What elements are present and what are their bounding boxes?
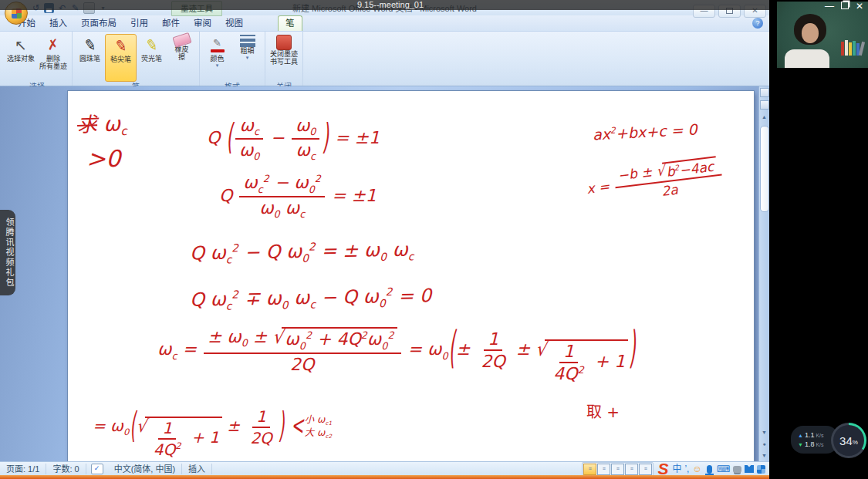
thickness-button[interactable]: 粗细▾ bbox=[232, 34, 262, 82]
download-value: 1.8 bbox=[805, 440, 815, 449]
screen: 新建 Microsoft Office Word 文档 - Microsoft … bbox=[0, 0, 868, 479]
tab-view[interactable]: 视图 bbox=[218, 16, 250, 31]
gauge-value: 34 bbox=[839, 434, 853, 447]
mic-icon[interactable] bbox=[707, 465, 712, 474]
highlighter-button[interactable]: 荧光笔 bbox=[137, 34, 167, 82]
ribbon-group-format: 颜色▾粗细▾格式 bbox=[200, 32, 265, 86]
outline-view-button[interactable]: ≡ bbox=[625, 464, 638, 475]
ink-eq-q-fraction: Q ωc2 − ω02ω0 ωc = ±1 bbox=[219, 173, 377, 220]
tab-page-layout[interactable]: 页面布局 bbox=[74, 16, 123, 31]
ribbon: 选择对象删除所有墨迹选择圆珠笔毡尖笔荧光笔橡皮擦笔颜色▾粗细▾格式关闭墨迹书写工… bbox=[0, 32, 769, 86]
tab-insert[interactable]: 插入 bbox=[42, 16, 74, 31]
previous-object-button[interactable]: ● bbox=[760, 438, 769, 450]
book bbox=[841, 42, 844, 56]
status-right: ≡≡≡≡≡ S 中’,☺⌨ bbox=[582, 462, 769, 477]
select-object-button[interactable]: 选择对象 bbox=[5, 34, 37, 82]
sogou-toolbar: 中’,☺⌨ bbox=[672, 464, 765, 474]
help-icon[interactable]: ? bbox=[752, 18, 763, 29]
status-left: 页面: 1/1字数: 0✓中文(简体, 中国)插入 bbox=[0, 464, 212, 474]
web-layout-view-button[interactable]: ≡ bbox=[611, 464, 624, 475]
ink-eq-quadratic-standard: ax2+bx+c = 0 bbox=[593, 120, 698, 143]
skin-icon[interactable] bbox=[745, 465, 754, 473]
meeting-sidebar: — ✕ ▲ 1.1 K/s ▼ 1.8 K/s 34 % bbox=[769, 0, 868, 479]
delete-ink-icon bbox=[47, 35, 59, 55]
ink-note-seek-wc: 求 ωc bbox=[76, 107, 127, 140]
download-unit: K/s bbox=[816, 440, 823, 449]
close-ink-icon bbox=[276, 35, 292, 50]
tab-mailings[interactable]: 邮件 bbox=[155, 16, 187, 31]
language-indicator[interactable]: 中文(简体, 中国) bbox=[108, 464, 182, 474]
meeting-title: 9.15--meeting_01 bbox=[357, 0, 424, 9]
ink-eq-quadratic-formula: x = −b ± √b2−4ac2a bbox=[585, 155, 725, 207]
gauge-unit: % bbox=[853, 439, 858, 446]
ink-eq-wc-solution: ωc = ± ω0 ± √ω02 + 4Q2ω022Q = ω0(± 12Q ±… bbox=[157, 327, 637, 384]
word-count[interactable]: 字数: 0 bbox=[46, 464, 86, 474]
punctuation-icon[interactable]: ’, bbox=[684, 464, 689, 474]
outer-restore-button[interactable] bbox=[841, 1, 849, 12]
word-window: 新建 Microsoft Office Word 文档 - Microsoft … bbox=[0, 0, 769, 479]
ribbon-group-close: 关闭墨迹书写工具关闭 bbox=[265, 32, 303, 86]
scroll-up-arrow[interactable]: ▲ bbox=[760, 111, 769, 123]
presenter-face bbox=[802, 23, 819, 43]
page-indicator[interactable]: 页面: 1/1 bbox=[0, 464, 46, 474]
ink-note-gt-zero: >0 bbox=[86, 145, 120, 172]
status-bar: 页面: 1/1字数: 0✓中文(简体, 中国)插入 ≡≡≡≡≡ S 中’,☺⌨ bbox=[0, 461, 769, 476]
color-button[interactable]: 颜色▾ bbox=[202, 34, 232, 82]
outer-close-button[interactable]: ✕ bbox=[856, 1, 863, 12]
ballpoint-pen-button[interactable]: 圆珠笔 bbox=[75, 34, 105, 82]
keyboard-icon[interactable]: ⌨ bbox=[717, 464, 730, 474]
ribbon-group-select: 选择对象删除所有墨迹选择 bbox=[2, 32, 73, 86]
sogou-logo-icon[interactable]: S bbox=[657, 462, 668, 476]
view-ruler-button[interactable] bbox=[760, 88, 769, 97]
delete-all-ink-button[interactable]: 删除所有墨迹 bbox=[37, 34, 69, 82]
ballpoint-pen-icon bbox=[84, 35, 96, 55]
close-ink-tools-button[interactable]: 关闭墨迹书写工具 bbox=[268, 34, 300, 82]
color-icon bbox=[211, 35, 225, 55]
vertical-scrollbar[interactable]: ▲ ▼ ● ▼ bbox=[758, 86, 769, 461]
upload-value: 1.1 bbox=[805, 431, 815, 440]
emoji-icon[interactable]: ☺ bbox=[692, 464, 701, 474]
hand-gesture-icon[interactable] bbox=[733, 466, 741, 473]
ink-eq-expanded: Q ωc2 − Q ω02 = ± ω0 ωc bbox=[190, 238, 414, 266]
input-mode-icon[interactable]: 中 bbox=[672, 464, 681, 474]
outer-window-controls: — ✕ bbox=[825, 1, 863, 12]
view-mode-switcher: ≡≡≡≡≡ bbox=[582, 462, 654, 477]
highlighter-pen-icon bbox=[146, 35, 158, 55]
print-layout-view-button[interactable]: ≡ bbox=[583, 464, 596, 475]
draft-view-button[interactable]: ≡ bbox=[639, 464, 652, 475]
book bbox=[853, 41, 856, 56]
upload-unit: K/s bbox=[816, 431, 823, 440]
performance-gauge: 34 % bbox=[831, 423, 866, 458]
outer-restore-icon bbox=[841, 2, 849, 9]
scroll-down-arrow[interactable]: ▼ bbox=[760, 427, 769, 438]
outer-minimize-button[interactable]: — bbox=[825, 1, 834, 12]
ribbon-tab-row: 开始插入页面布局引用邮件审阅视图笔 bbox=[0, 15, 769, 32]
bottom-orange-bar bbox=[0, 475, 769, 479]
fullscreen-reading-view-button[interactable]: ≡ bbox=[597, 464, 610, 475]
meeting-title-overlay: 9.15--meeting_01 bbox=[0, 0, 781, 10]
tencent-video-ad-tab[interactable]: 领腾讯视频礼包 bbox=[0, 210, 15, 295]
document-area: 求 ωc>0Q (ωcω0 − ω0ωc) = ±1Q ωc2 − ω02ω0 … bbox=[0, 86, 769, 461]
tab-pen[interactable]: 笔 bbox=[278, 15, 302, 31]
insert-mode[interactable]: 插入 bbox=[182, 464, 212, 474]
book bbox=[845, 40, 848, 56]
bookshelf bbox=[841, 40, 863, 56]
upload-arrow-icon: ▲ bbox=[798, 431, 803, 440]
eraser-button[interactable]: 橡皮擦 bbox=[167, 34, 197, 82]
ribbon-group-pens: 圆珠笔毡尖笔荧光笔橡皮擦笔 bbox=[73, 32, 200, 86]
presenter-body bbox=[785, 49, 829, 68]
tab-review[interactable]: 审阅 bbox=[187, 16, 218, 31]
spellcheck-icon[interactable]: ✓ bbox=[91, 464, 103, 474]
document-page[interactable]: 求 ωc>0Q (ωcω0 − ω0ωc) = ±1Q ωc2 − ω02ω0 … bbox=[68, 91, 754, 461]
next-object-button[interactable]: ▼ bbox=[760, 450, 769, 461]
scrollbar-thumb[interactable] bbox=[760, 126, 769, 212]
felt-tip-pen-button[interactable]: 毡尖笔 bbox=[105, 34, 137, 82]
download-arrow-icon: ▼ bbox=[798, 440, 803, 449]
book bbox=[849, 42, 852, 56]
book bbox=[859, 42, 865, 56]
tab-references[interactable]: 引用 bbox=[123, 16, 155, 31]
ink-eq-wc-final: = ω0(√14Q2 + 1 ± 12Q) <小 ωc1大 ωc2 bbox=[93, 407, 332, 459]
split-handle[interactable] bbox=[760, 100, 769, 110]
toolbox-icon[interactable] bbox=[757, 465, 765, 474]
ink-eq-q-difference: Q (ωcω0 − ω0ωc) = ±1 bbox=[207, 116, 380, 163]
